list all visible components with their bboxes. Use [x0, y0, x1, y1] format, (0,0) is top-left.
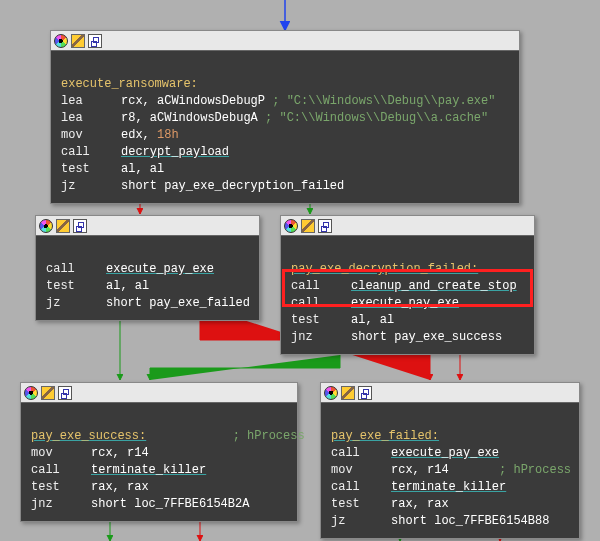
block-call-execute-pay-exe[interactable]: callexecute_pay_exe testal, al jzshort p…: [35, 215, 260, 321]
code-body: pay_exe_success: ; hProcess movrcx, r14 …: [21, 403, 297, 521]
graph-icon[interactable]: [58, 386, 72, 400]
edit-icon[interactable]: [71, 34, 85, 48]
block-pay-exe-decryption-failed[interactable]: pay_exe_decryption_failed: callcleanup_a…: [280, 215, 535, 355]
color-wheel-icon[interactable]: [39, 219, 53, 233]
block-titlebar[interactable]: [51, 31, 519, 51]
graph-icon[interactable]: [358, 386, 372, 400]
color-wheel-icon[interactable]: [324, 386, 338, 400]
code-body: callexecute_pay_exe testal, al jzshort p…: [36, 236, 259, 320]
block-titlebar[interactable]: [21, 383, 297, 403]
code-body: pay_exe_decryption_failed: callcleanup_a…: [281, 236, 534, 354]
edit-icon[interactable]: [41, 386, 55, 400]
block-titlebar[interactable]: [281, 216, 534, 236]
block-label: execute_ransomware:: [61, 77, 198, 91]
code-body: pay_exe_failed: callexecute_pay_exe movr…: [321, 403, 579, 538]
color-wheel-icon[interactable]: [24, 386, 38, 400]
block-titlebar[interactable]: [321, 383, 579, 403]
block-label: pay_exe_success:: [31, 429, 146, 443]
block-execute-ransomware[interactable]: execute_ransomware: learcx, aCWindowsDeb…: [50, 30, 520, 204]
color-wheel-icon[interactable]: [54, 34, 68, 48]
graph-icon[interactable]: [73, 219, 87, 233]
color-wheel-icon[interactable]: [284, 219, 298, 233]
edit-icon[interactable]: [301, 219, 315, 233]
block-label: pay_exe_failed:: [331, 429, 439, 443]
graph-icon[interactable]: [318, 219, 332, 233]
block-titlebar[interactable]: [36, 216, 259, 236]
edit-icon[interactable]: [341, 386, 355, 400]
block-pay-exe-success[interactable]: pay_exe_success: ; hProcess movrcx, r14 …: [20, 382, 298, 522]
graph-icon[interactable]: [88, 34, 102, 48]
edit-icon[interactable]: [56, 219, 70, 233]
block-label: pay_exe_decryption_failed:: [291, 262, 478, 276]
block-pay-exe-failed[interactable]: pay_exe_failed: callexecute_pay_exe movr…: [320, 382, 580, 539]
code-body: execute_ransomware: learcx, aCWindowsDeb…: [51, 51, 519, 203]
